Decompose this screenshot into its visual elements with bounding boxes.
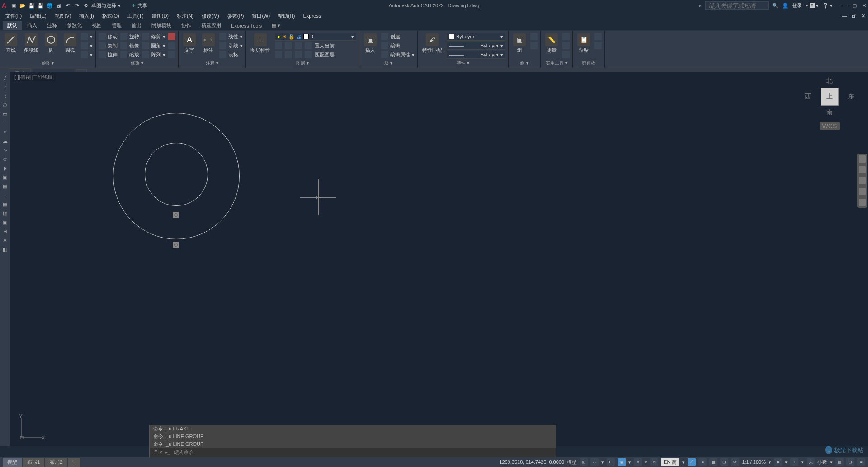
- zoom-label[interactable]: 1:1 / 100%: [742, 459, 766, 465]
- circle-button[interactable]: 圆: [43, 33, 59, 55]
- xline-tool-icon[interactable]: ⟋: [1, 83, 9, 90]
- color-combo[interactable]: ByLayer▾: [447, 33, 505, 41]
- linetype-combo[interactable]: ———ByLayer▾: [447, 51, 505, 59]
- revcloud-tool-icon[interactable]: ☁: [1, 137, 9, 145]
- command-input[interactable]: ⠿ ✕▸_键入命令: [150, 448, 556, 457]
- user-icon[interactable]: 👤: [782, 3, 788, 9]
- orbit-icon[interactable]: [859, 188, 866, 195]
- share-icon[interactable]: ✈: [132, 3, 136, 9]
- gradient-tool-icon[interactable]: ▨: [1, 210, 9, 217]
- menu-view[interactable]: 视图(V): [55, 13, 71, 19]
- new-icon[interactable]: ▣: [10, 2, 17, 9]
- undo-icon[interactable]: ↶: [64, 2, 71, 9]
- minimize-button[interactable]: —: [842, 3, 847, 9]
- workspace-combo[interactable]: 草图与注释: [91, 2, 116, 9]
- iso-icon[interactable]: ⧄: [634, 458, 642, 466]
- quickprop-icon[interactable]: ▤: [835, 458, 844, 466]
- steering-wheel-icon[interactable]: [859, 155, 866, 163]
- rect-tool-icon[interactable]: ▭: [1, 110, 9, 117]
- make-current-button[interactable]: 置为当前: [315, 42, 335, 49]
- copy-button[interactable]: 复制: [99, 42, 118, 50]
- add-layout-button[interactable]: +: [68, 458, 80, 467]
- tab-default[interactable]: 默认: [3, 21, 22, 30]
- match-prop-button[interactable]: 🖌特性匹配: [420, 33, 444, 55]
- menu-file[interactable]: 文件(F): [5, 13, 22, 19]
- web-icon[interactable]: 🌐: [46, 2, 53, 9]
- ellipse-icon[interactable]: [81, 42, 88, 49]
- pan-icon[interactable]: [859, 166, 866, 173]
- polyline-tool-icon[interactable]: ⌇: [1, 92, 9, 99]
- addselected-tool-icon[interactable]: ◧: [1, 246, 9, 253]
- ellipse-tool-icon[interactable]: ⬭: [1, 155, 9, 163]
- layer-prop-button[interactable]: ≣图层特性: [249, 33, 272, 55]
- leader-button[interactable]: 引线 ▾: [219, 42, 243, 50]
- search-icon[interactable]: 🔍: [772, 3, 778, 9]
- command-window[interactable]: 命令: _u ERASE 命令: _u LINE GROUP 命令: _u LI…: [149, 425, 556, 457]
- layer-combo[interactable]: ●☀🔓🖨0▾: [275, 33, 356, 41]
- match-layer-button[interactable]: 匹配图层: [315, 51, 335, 58]
- fillet-button[interactable]: 圆角 ▾: [142, 42, 165, 50]
- ellipsearc-tool-icon[interactable]: ◗: [1, 164, 9, 172]
- rotate-button[interactable]: 旋转: [120, 33, 139, 41]
- doc-restore-button[interactable]: 🗗: [852, 13, 857, 19]
- help-icon[interactable]: ❔ ▾: [822, 3, 833, 9]
- array-button[interactable]: 阵列 ▾: [142, 51, 165, 59]
- tab-express[interactable]: Express Tools: [226, 22, 266, 29]
- ucs-icon[interactable]: Y X: [18, 414, 45, 443]
- measure-button[interactable]: 📏测量: [543, 33, 560, 55]
- point-tool-icon[interactable]: ⬩: [1, 191, 9, 199]
- gear-status-icon[interactable]: ⚙: [774, 458, 782, 466]
- group-button[interactable]: ▣组: [511, 33, 528, 55]
- transparency-icon[interactable]: ▦: [709, 458, 717, 466]
- polyline-button[interactable]: 多段线: [22, 33, 40, 55]
- annotation-icon[interactable]: 人: [807, 458, 815, 466]
- plot-icon[interactable]: 🖨: [55, 2, 62, 9]
- showmotion-icon[interactable]: [859, 199, 866, 206]
- wcs-label[interactable]: WCS: [820, 122, 840, 130]
- menu-edit[interactable]: 编辑(E): [30, 13, 47, 19]
- move-button[interactable]: 移动: [99, 33, 118, 41]
- osnap-icon[interactable]: ⧄: [650, 458, 658, 466]
- inner-circle[interactable]: [145, 143, 208, 206]
- doc-minimize-button[interactable]: —: [842, 13, 847, 19]
- insert-tool-icon[interactable]: ▣: [1, 173, 9, 181]
- rect-icon[interactable]: [81, 33, 88, 40]
- clean-icon[interactable]: ⊡: [846, 458, 854, 466]
- trim-button[interactable]: 修剪 ▾: [142, 33, 165, 41]
- make-tool-icon[interactable]: ▤: [1, 182, 9, 190]
- saveas-icon[interactable]: 💾: [37, 2, 44, 9]
- cycle-icon[interactable]: ⟳: [731, 458, 739, 466]
- snap-icon[interactable]: ∷: [590, 458, 599, 466]
- menu-param[interactable]: 参数(P): [227, 13, 244, 19]
- viewcube[interactable]: 北 西 上 东 南 WCS: [805, 77, 854, 130]
- edit-block-button[interactable]: 编辑: [381, 42, 415, 50]
- viewport-label[interactable]: [-]|俯视||二维线框|: [13, 74, 56, 81]
- tab-output[interactable]: 输出: [127, 21, 146, 30]
- customize-icon[interactable]: ≡: [857, 458, 865, 466]
- save-icon[interactable]: 💾: [28, 2, 35, 9]
- share-label[interactable]: 共享: [137, 2, 147, 9]
- status-model[interactable]: 模型: [567, 459, 577, 466]
- menu-modify[interactable]: 修改(M): [202, 13, 219, 19]
- spline-tool-icon[interactable]: ∿: [1, 146, 9, 154]
- insert-button[interactable]: ▣插入: [362, 33, 378, 55]
- tab-insert[interactable]: 插入: [23, 21, 42, 30]
- close-button[interactable]: ✕: [862, 3, 866, 9]
- arc-button[interactable]: 圆弧: [62, 33, 78, 55]
- menu-express[interactable]: Express: [303, 13, 321, 19]
- layer-icon1[interactable]: [275, 42, 282, 49]
- tab-featured[interactable]: 精选应用: [197, 21, 226, 30]
- table-button[interactable]: 表格: [219, 51, 243, 59]
- line-button[interactable]: 直线: [3, 33, 19, 55]
- arc-tool-icon[interactable]: ⌒: [1, 119, 9, 126]
- status-coords[interactable]: 1269.3518, 614.7426, 0.0000: [499, 459, 564, 465]
- tab-view[interactable]: 视图: [87, 21, 106, 30]
- ortho-icon[interactable]: ⊾: [607, 458, 615, 466]
- layout-tab-2[interactable]: 布局2: [45, 458, 67, 467]
- mtext-tool-icon[interactable]: A: [1, 237, 9, 244]
- gear-icon[interactable]: ⚙: [82, 2, 90, 9]
- paste-button[interactable]: 📋粘贴: [576, 33, 592, 55]
- layout-tab-1[interactable]: 布局1: [23, 458, 44, 467]
- linear-button[interactable]: 线性 ▾: [219, 33, 243, 41]
- ws-icon[interactable]: +: [790, 458, 798, 466]
